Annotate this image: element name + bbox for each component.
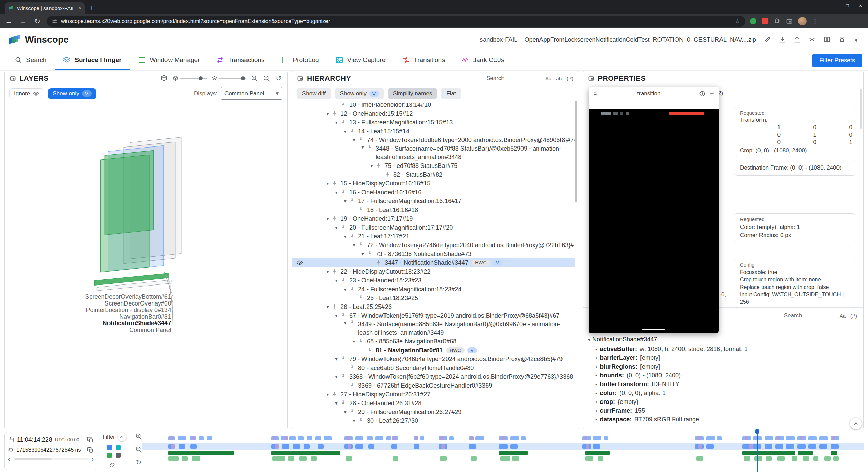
hierarchy-search-input[interactable] — [486, 75, 540, 82]
trace-entry-sf-events[interactable] — [355, 436, 363, 440]
layer-label[interactable]: NotificationShade#3447 — [102, 320, 171, 327]
pin-icon[interactable] — [349, 233, 357, 239]
trace-entry-sf-selected[interactable] — [304, 444, 310, 449]
trace-entry-sf-events[interactable] — [593, 436, 601, 440]
trace-tab-jank-cujs[interactable]: Jank CUJs — [453, 51, 513, 70]
trace-entry-wm-dumps[interactable] — [824, 456, 831, 461]
trace-toggle-icon[interactable] — [107, 453, 112, 458]
trace-toggle-icon[interactable] — [116, 445, 121, 450]
expand-toggle[interactable]: ▾ — [332, 374, 340, 379]
trace-entry-sf-events[interactable] — [315, 436, 321, 440]
trace-entry-sf-events[interactable] — [178, 436, 186, 440]
hierarchy-node[interactable]: 10 - ImePlaceholder:13:14#10 — [292, 103, 575, 109]
trace-entry-wm-dumps[interactable] — [182, 456, 188, 461]
property-row[interactable]: •color:(0, 0, 0), alpha: 1 — [595, 390, 861, 398]
trace-entry-sf-events[interactable] — [386, 436, 391, 440]
hierarchy-node[interactable]: 25 - Leaf:18:23#25 — [292, 294, 575, 302]
trace-entry-wm-trace[interactable] — [831, 451, 837, 455]
trace-entry-sf-events[interactable] — [521, 436, 526, 440]
trace-entry-sf-events[interactable] — [307, 436, 312, 440]
trace-entry-transactions-b[interactable] — [441, 444, 445, 449]
trace-entry-wm-dumps[interactable] — [512, 456, 519, 461]
side-panel-icon[interactable] — [786, 18, 793, 25]
back-button[interactable]: ← — [4, 17, 14, 25]
pin-icon[interactable] — [340, 103, 348, 108]
trace-entry-sf-selected[interactable] — [190, 444, 197, 449]
visibility-eye-icon[interactable] — [296, 259, 303, 266]
pin-icon[interactable] — [349, 382, 357, 389]
trace-entry-sf-selected[interactable] — [469, 444, 476, 449]
expand-toggle[interactable]: ▾ — [323, 216, 332, 221]
hierarchy-node[interactable]: ▾17 - FullscreenMagnification:16:16#17 — [292, 197, 575, 205]
expand-toggle[interactable]: ▾ — [332, 356, 340, 362]
trace-entry-sf-selected[interactable] — [742, 444, 750, 449]
hierarchy-node[interactable]: ▾15 - HideDisplayCutout:16:16#15 — [292, 179, 575, 188]
timeline-scrollbar[interactable] — [12, 458, 90, 460]
trace-entry-sf-events[interactable] — [375, 436, 383, 440]
property-row[interactable]: •barrierLayer:[empty] — [595, 354, 861, 363]
filter-chip-flat[interactable]: Flat — [441, 88, 461, 99]
trace-entry-transactions-a[interactable] — [392, 436, 396, 440]
browser-menu-icon[interactable]: ⋮ — [812, 18, 818, 25]
trace-entry-wm-trace[interactable] — [499, 451, 528, 455]
expand-toggle[interactable]: ▾ — [341, 198, 349, 204]
trace-entry-transactions-a[interactable] — [346, 436, 350, 440]
trace-entry-sf-events[interactable] — [298, 436, 304, 440]
hierarchy-node[interactable]: 81 - NavigationBar0#81HWCV — [292, 346, 575, 355]
trace-entry-sf-events[interactable] — [289, 436, 296, 440]
trace-entry-wm-dumps[interactable] — [598, 456, 603, 461]
hierarchy-node[interactable]: ▾67 - WindowToken{e5176f9 type=2019 andr… — [292, 311, 575, 320]
browser-tab[interactable]: Winscope | sandbox-FAIL × — [5, 2, 85, 14]
trace-toggle-icon[interactable] — [116, 453, 121, 458]
site-settings-icon[interactable] — [52, 18, 58, 24]
trace-entry-sf-events[interactable] — [449, 436, 454, 440]
pin-icon[interactable] — [340, 119, 348, 125]
trace-entry-wm-dumps[interactable] — [813, 456, 818, 461]
hierarchy-scrollbar[interactable] — [575, 101, 577, 202]
filter-chip-simplify-names[interactable]: Simplify names — [388, 88, 437, 99]
profile-avatar[interactable] — [798, 17, 807, 25]
trace-entry-sf-selected[interactable] — [786, 444, 794, 449]
pin-icon[interactable] — [340, 356, 348, 362]
expand-toggle[interactable]: ▾ — [359, 251, 367, 257]
regex-icon[interactable]: (.*) — [850, 313, 857, 319]
info-icon[interactable] — [699, 91, 705, 97]
trace-entry-wm-dumps[interactable] — [393, 456, 398, 461]
expand-toggle[interactable]: ▾ — [588, 337, 590, 342]
trace-entry-transactions-a[interactable] — [192, 436, 195, 440]
expand-toggle[interactable]: ▾ — [323, 181, 332, 186]
hierarchy-node[interactable]: ▾26 - Leaf:25:25#26 — [292, 302, 575, 311]
pin-icon[interactable] — [340, 313, 348, 319]
trace-entry-wm-dumps[interactable] — [803, 456, 809, 461]
hierarchy-node[interactable]: ▾12 - OneHanded:15:15#12 — [292, 109, 575, 118]
trace-entry-transactions-b[interactable] — [749, 444, 753, 449]
trace-tab-view-capture[interactable]: View Capture — [327, 51, 394, 70]
pin-icon[interactable] — [332, 180, 339, 186]
hierarchy-node[interactable]: ▾28 - OneHanded:26:31#28 — [292, 399, 575, 408]
cross-tool-sync-icon[interactable] — [808, 36, 816, 43]
hierarchy-node[interactable]: ▾3368 - WindowToken{f6b2f60 type=2024 an… — [292, 372, 575, 381]
trace-entry-transactions-b[interactable] — [348, 444, 351, 449]
expand-toggle[interactable]: ▾ — [332, 225, 340, 230]
trace-entry-sf-events[interactable] — [765, 436, 773, 440]
trace-entry-wm-dumps[interactable] — [833, 456, 839, 461]
pin-icon[interactable] — [349, 128, 357, 134]
expand-toggle[interactable]: ▾ — [341, 320, 349, 326]
pin-icon[interactable] — [332, 391, 339, 397]
hierarchy-node[interactable]: ▾19 - OneHanded:17:17#19 — [292, 214, 575, 223]
trace-entry-transactions-a[interactable] — [273, 436, 277, 440]
extension-green-icon[interactable] — [750, 18, 756, 24]
expand-toggle[interactable]: ▾ — [323, 269, 332, 274]
trace-entry-sf-events[interactable] — [717, 436, 722, 440]
minimize-icon[interactable] — [709, 91, 715, 97]
paperclip-icon[interactable] — [109, 462, 115, 468]
trace-toggle-icon[interactable] — [107, 445, 112, 450]
forward-button[interactable]: → — [18, 17, 28, 25]
hierarchy-node[interactable]: ▾79 - WindowToken{7046b4a type=2024 andr… — [292, 355, 575, 363]
pin-icon[interactable] — [349, 409, 357, 415]
expand-toggle[interactable]: ▾ — [332, 278, 340, 283]
trace-entry-sf-events[interactable] — [510, 436, 519, 440]
trace-entry-sf-selected[interactable] — [593, 444, 600, 449]
trace-entry-sf-selected[interactable] — [765, 444, 772, 449]
trace-entry-sf-events[interactable] — [604, 436, 608, 440]
